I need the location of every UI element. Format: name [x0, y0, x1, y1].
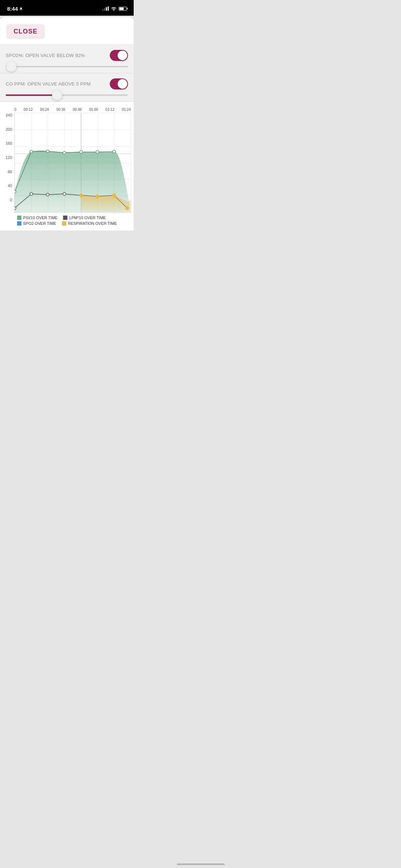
psi-dot-6 [113, 150, 115, 153]
close-section: CLOSE [0, 17, 134, 45]
x-label-5: 01:00 [89, 108, 98, 112]
y-label-240: 240 [6, 113, 12, 117]
grid-v-7 [131, 113, 131, 212]
chart-section: 0 00:12 00:24 00:36 00:48 01:00 01:12 01… [0, 103, 134, 231]
lpm-dot-0 [15, 207, 16, 210]
spo2-toggle[interactable] [110, 50, 128, 61]
spo2-header: SPO2%: OPEN VALVE BELOW 92% [6, 50, 128, 61]
bottom-area [0, 231, 134, 295]
settings-section: SPO2%: OPEN VALVE BELOW 92% CO PPM: OPEN… [0, 45, 134, 102]
status-bar: 8:44 [0, 0, 134, 16]
x-label-3: 00:36 [56, 108, 65, 112]
status-time: 8:44 [7, 6, 23, 12]
legend-spo2: SPO2 OVER TIME [17, 221, 56, 226]
x-label-1: 00:12 [24, 108, 32, 112]
chart-legend: PSI/10 OVER TIME LPM*10 OVER TIME SPO2 O… [0, 213, 134, 227]
legend-psi: PSI/10 OVER TIME [17, 216, 57, 220]
x-label-4: 00:48 [73, 108, 82, 112]
legend-lpm-color [63, 216, 67, 220]
legend-resp: RESPIRATION OVER TIME [62, 221, 117, 226]
spo2-setting-row: SPO2%: OPEN VALVE BELOW 92% [0, 45, 134, 73]
y-label-0: 0 [10, 198, 12, 202]
close-button[interactable]: CLOSE [6, 24, 45, 39]
battery-fill [119, 7, 124, 10]
lpm-dot-1 [30, 192, 33, 195]
co-label: CO PPM: OPEN VALVE ABOVE 5 PPM [6, 81, 91, 87]
co-setting-row: CO PPM: OPEN VALVE ABOVE 5 PPM [0, 73, 134, 102]
co-slider-container [6, 93, 128, 98]
signal-bar-1 [102, 9, 103, 11]
signal-bar-3 [106, 7, 107, 11]
lpm-dot-2 [46, 193, 49, 196]
spo2-slider-container [6, 64, 128, 69]
co-slider-track[interactable] [6, 94, 128, 96]
status-icons [102, 6, 127, 11]
spo2-slider-track[interactable] [6, 66, 128, 67]
signal-bars [102, 6, 109, 11]
wifi-icon [111, 6, 117, 11]
psi-dot-4 [79, 151, 82, 154]
x-label-7: 01:24 [122, 108, 131, 112]
chart-svg [15, 113, 131, 212]
chart-wrapper: 240 200 160 120 80 40 0 [0, 113, 134, 213]
battery-icon [119, 7, 127, 11]
y-label-160: 160 [6, 141, 12, 145]
x-label-0: 0 [14, 108, 16, 112]
legend-psi-color [17, 216, 21, 220]
psi-dot-0 [15, 190, 16, 193]
x-label-6: 01:12 [106, 108, 114, 112]
co-slider-fill [6, 94, 57, 96]
legend-lpm-label: LPM*10 OVER TIME [69, 216, 106, 220]
y-label-80: 80 [8, 170, 12, 174]
legend-spo2-label: SPO2 OVER TIME [23, 221, 56, 226]
main-content: CLOSE SPO2%: OPEN VALVE BELOW 92% CO PPM… [0, 17, 134, 231]
x-label-2: 00:24 [40, 108, 49, 112]
co-toggle[interactable] [110, 78, 128, 89]
y-labels: 240 200 160 120 80 40 0 [0, 113, 14, 202]
psi-dot-5 [96, 151, 99, 154]
lpm-dot-3 [63, 192, 66, 195]
signal-bar-2 [104, 8, 105, 11]
signal-bar-4 [108, 6, 109, 11]
legend-spo2-color [17, 221, 21, 226]
y-label-120: 120 [6, 155, 12, 160]
x-labels: 0 00:12 00:24 00:36 00:48 01:00 01:12 01… [14, 108, 131, 112]
y-label-40: 40 [8, 184, 12, 188]
legend-lpm: LPM*10 OVER TIME [63, 216, 106, 220]
spo2-slider-thumb[interactable] [6, 62, 16, 72]
time-display: 8:44 [7, 6, 18, 12]
co-header: CO PPM: OPEN VALVE ABOVE 5 PPM [6, 78, 128, 89]
spo2-label: SPO2%: OPEN VALVE BELOW 92% [6, 53, 85, 58]
y-label-200: 200 [6, 127, 12, 131]
location-icon [19, 7, 23, 10]
chart-area [14, 113, 131, 213]
co-slider-thumb[interactable] [52, 90, 62, 100]
legend-psi-label: PSI/10 OVER TIME [23, 216, 57, 220]
legend-resp-label: RESPIRATION OVER TIME [68, 221, 117, 226]
psi-dot-1 [30, 150, 33, 153]
legend-resp-color [62, 221, 66, 226]
psi-dot-2 [46, 150, 49, 153]
